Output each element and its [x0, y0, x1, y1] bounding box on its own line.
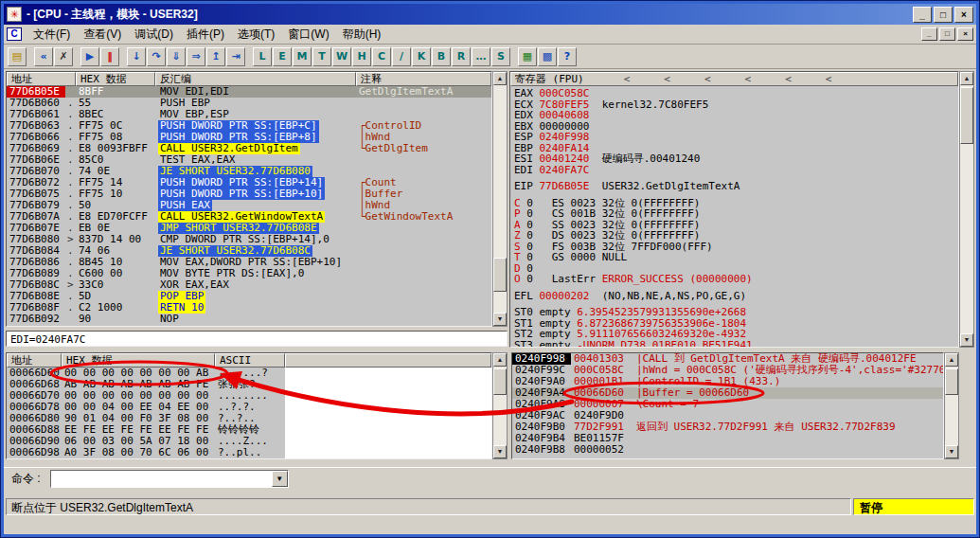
scroll-down-icon[interactable]: ▼ — [493, 445, 507, 458]
menu-item[interactable]: 插件(P) — [180, 25, 231, 45]
menu-item[interactable]: 调试(D) — [128, 25, 180, 45]
dump-row[interactable]: 00066D68AB AB AB AB AB AB AB FE张张张? — [7, 379, 285, 390]
run-button[interactable]: ▶ — [80, 47, 99, 66]
disasm-row[interactable]: 77D6B079.50PUSH EAX│hWnd — [7, 200, 491, 211]
scroll-down-icon[interactable]: ▼ — [945, 445, 958, 458]
stack-row[interactable]: 0240F9A800000007\Count = 7 — [512, 399, 943, 410]
stack-row[interactable]: 0240F9B800000052 — [512, 444, 943, 456]
stack-scrollbar[interactable]: ▲ ▼ — [944, 352, 959, 459]
dump-header-hex[interactable]: HEX 数据 — [62, 353, 215, 368]
register-line[interactable]: EBP 0240FA14 — [510, 143, 958, 154]
stack-row[interactable]: 0240F9B4BE01157F — [512, 433, 943, 444]
stack-row[interactable]: 0240F99C000C058C|hWnd = 000C058C ('硬编码寻找… — [512, 365, 943, 376]
menu-item[interactable]: 选项(T) — [231, 25, 281, 45]
register-line[interactable]: EDI 0240FA7C — [510, 165, 958, 176]
disasm-row[interactable]: 77D6B080>837D 14 00CMP DWORD PTR SS:[EBP… — [7, 234, 491, 245]
scroll-thumb[interactable] — [493, 368, 507, 395]
scroll-thumb[interactable] — [960, 87, 973, 144]
stack-row[interactable]: 0240F9AC0240F9D0 — [512, 410, 943, 421]
scroll-up-icon[interactable]: ▲ — [945, 353, 958, 367]
register-line[interactable]: ESI 00401240 硬编码寻.00401240 — [510, 153, 958, 165]
chevron-down-icon[interactable]: ▼ — [272, 471, 288, 487]
stack-row[interactable]: 0240F9B077D2F991返回到 USER32.77D2F991 来自 U… — [512, 421, 943, 433]
minimize-button[interactable]: _ — [913, 7, 932, 23]
mdi-restore-button[interactable]: □ — [939, 27, 955, 41]
disasm-row[interactable]: 77D6B084.74 06JE SHORT USER32.77D6B08C — [7, 245, 491, 257]
appearance-button[interactable]: ▩ — [538, 47, 557, 66]
register-line[interactable]: EIP 77D6B05E USER32.GetDlgItemTextA — [510, 181, 958, 192]
stack-row[interactable]: 0240F9A400066D60|Buffer = 00066D60 — [512, 387, 943, 399]
disasm-row[interactable]: 77D6B08C>33C0XOR EAX,EAX — [7, 279, 491, 291]
register-line[interactable]: S 0 FS 003B 32位 7FFDF000(FFF) — [510, 242, 958, 253]
animate-over-button[interactable]: ⇒ — [187, 47, 205, 66]
scroll-thumb[interactable] — [493, 258, 507, 292]
disasm-row[interactable]: 77D6B066.FF75 08PUSH DWORD PTR SS:[EBP+8… — [7, 132, 491, 143]
help-button[interactable]: ? — [558, 47, 577, 66]
disasm-row[interactable]: 77D6B05E8BFFMOV EDI,EDIGetDlgItemTextA — [7, 86, 491, 98]
scroll-down-icon[interactable]: ▼ — [960, 333, 973, 347]
registers-scrollbar[interactable]: ▲ ▼ — [959, 71, 974, 348]
disasm-row[interactable]: 77D6B063.FF75 0CPUSH DWORD PTR SS:[EBP+C… — [7, 120, 491, 132]
register-line[interactable]: C 0 ES 0023 32位 0(FFFFFFFF) — [510, 198, 958, 209]
pause-button[interactable]: ‖ — [100, 47, 119, 66]
close-program-button[interactable]: ✗ — [54, 47, 73, 66]
disasm-row[interactable]: 77D6B08E.5DPOP EBP — [7, 291, 491, 302]
disasm-header-address[interactable]: 地址 — [7, 72, 76, 86]
mdi-close-button[interactable]: × — [957, 27, 973, 41]
menu-item[interactable]: 文件(F) — [27, 25, 77, 45]
disasm-row[interactable]: 77D6B061.8BECMOV EBP,ESP — [7, 109, 491, 120]
register-line[interactable]: P 0 CS 001B 32位 0(FFFFFFFF) — [510, 208, 958, 220]
dump-header-address[interactable]: 地址 — [7, 353, 62, 368]
registers-header-bar[interactable]: 寄存器 (FPU)<<<<<< — [510, 72, 958, 86]
command-combobox[interactable]: ▼ — [50, 470, 289, 488]
log-window-button[interactable]: L — [253, 47, 272, 66]
title-bar[interactable]: ✳ - [CPU - 主线程，模块 - USER32] _ □ × — [4, 4, 976, 25]
step-into-button[interactable]: ↓ — [127, 47, 146, 66]
maximize-button[interactable]: □ — [934, 7, 953, 23]
disasm-header-disassembly[interactable]: 反汇编 — [155, 72, 356, 86]
dump-row[interactable]: 00066D88EE FE EE FE FE EE FE FE铃铃铃铃 — [7, 424, 285, 436]
close-button[interactable]: × — [954, 7, 973, 23]
register-line[interactable]: ST2 empty 5.9111076566032469320e-4932 — [510, 329, 958, 340]
disasm-row[interactable]: 77D6B060.55PUSH EBP — [7, 98, 491, 109]
executables-button[interactable]: E — [273, 47, 292, 66]
source-button[interactable]: S — [491, 47, 510, 66]
stack-row[interactable]: 0240F9A0000001B1|ControlID = 1B1 (433.) — [512, 376, 943, 387]
disasm-row[interactable]: 77D6B069.E8 0093FBFFCALL USER32.GetDlgIt… — [7, 143, 491, 154]
disasm-row[interactable]: 77D6B072.FF75 14PUSH DWORD PTR SS:[EBP+1… — [7, 177, 491, 188]
disasm-row[interactable]: 77D6B089.C600 00MOV BYTE PTR DS:[EAX],0 — [7, 268, 491, 279]
goto-button[interactable]: ⇥ — [226, 47, 245, 66]
scroll-up-icon[interactable]: ▲ — [493, 353, 507, 367]
dump-row[interactable]: 00066D9006 00 03 00 5A 07 18 00....Z... — [7, 436, 285, 447]
register-line[interactable]: ECX 7C80FEF5 kernel32.7C80FEF5 — [510, 99, 958, 111]
cpu-window-icon[interactable]: C — [7, 27, 22, 41]
dump-row[interactable]: 00066D6000 00 00 00 00 00 00 AB.......? — [7, 368, 285, 379]
scroll-up-icon[interactable]: ▲ — [493, 72, 507, 85]
until-return-button[interactable]: ↥ — [206, 47, 225, 66]
stack-row[interactable]: 0240F99800401303|CALL 到 GetDlgItemTextA … — [512, 353, 943, 365]
disasm-header-hex[interactable]: HEX 数据 — [76, 72, 155, 86]
disasm-row[interactable]: 77D6B07A.E8 ED70FCFFCALL USER32.GetWindo… — [7, 211, 491, 223]
register-line[interactable]: ST1 empty 6.8723686739756353906e-1804 — [510, 318, 958, 330]
disasm-header-comment[interactable]: 注释 — [356, 72, 491, 86]
disasm-row[interactable]: 77D6B08F.C2 1000RETN 10 — [7, 302, 491, 314]
options-button[interactable]: ▦ — [518, 47, 537, 66]
dump-header-ascii[interactable]: ASCII — [215, 353, 285, 368]
disasm-row[interactable]: 77D6B06E.85C0TEST EAX,EAX — [7, 154, 491, 166]
register-line[interactable]: D 0 — [510, 263, 958, 275]
handles-button[interactable]: H — [352, 47, 371, 66]
dump-row[interactable]: 00066D7000 00 00 00 00 00 00 00........ — [7, 390, 285, 402]
threads-button[interactable]: T — [312, 47, 331, 66]
breakpoints-button[interactable]: B — [432, 47, 451, 66]
disasm-row[interactable]: 77D6B09290NOP — [7, 314, 491, 325]
scroll-thumb[interactable] — [945, 368, 958, 395]
mdi-minimize-button[interactable]: _ — [921, 27, 937, 41]
disasm-row[interactable]: 77D6B070.74 0EJE SHORT USER32.77D6B080 — [7, 166, 491, 177]
register-line[interactable]: Z 0 DS 0023 32位 0(FFFFFFFF) — [510, 230, 958, 242]
step-over-button[interactable]: ↷ — [147, 47, 166, 66]
register-line[interactable]: O 0 LastErr ERROR_SUCCESS (00000000) — [510, 274, 958, 285]
restart-button[interactable]: « — [34, 47, 53, 66]
references-button[interactable]: R — [452, 47, 471, 66]
callstack-button[interactable]: K — [412, 47, 431, 66]
register-line[interactable]: ESP 0240F998 — [510, 132, 958, 143]
